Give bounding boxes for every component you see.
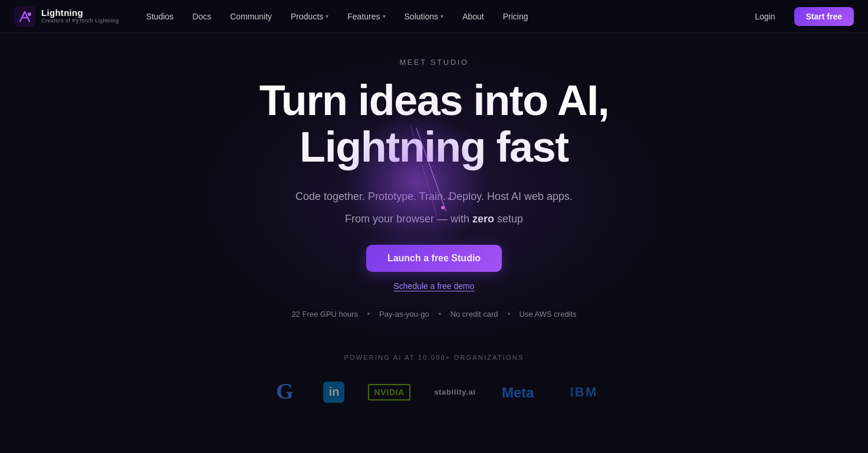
org-logo-nvidia: NVIDIA — [368, 384, 410, 401]
svg-text:Meta: Meta — [502, 385, 534, 401]
orgs-section: POWERING AI AT 10,000+ ORGANIZATIONS G i… — [169, 354, 699, 407]
badge-aws-credits: Use AWS credits — [520, 310, 577, 319]
nav-right: Login Start free — [745, 7, 854, 26]
hero-subtitle-1: Code together. Prototype. Train. Deploy.… — [295, 188, 573, 206]
nav-item-studios[interactable]: Studios — [138, 8, 182, 25]
logo-text: Lightning Creators of PyTorch Lightning — [41, 8, 119, 24]
linkedin-logo-icon: in — [323, 382, 344, 403]
schedule-demo-button[interactable]: Schedule a free demo — [394, 281, 475, 291]
badge-pay-as-go: Pay-as-you-go — [379, 310, 429, 319]
org-logo-meta: Meta — [499, 382, 547, 403]
nav-item-about[interactable]: About — [454, 8, 492, 25]
nav-left: Lightning Creators of PyTorch Lightning … — [14, 6, 537, 27]
logo-link[interactable]: Lightning Creators of PyTorch Lightning — [14, 6, 119, 27]
nvidia-logo-icon: NVIDIA — [368, 384, 410, 401]
svg-rect-0 — [14, 6, 35, 27]
nav-item-pricing[interactable]: Pricing — [495, 8, 537, 25]
orgs-logos: G in NVIDIA stability.ai Meta — [169, 378, 699, 407]
login-button[interactable]: Login — [745, 8, 784, 25]
org-logo-stability: stability.ai — [434, 388, 475, 396]
hero-title: Turn ideas into AI, Lightning fast — [169, 77, 699, 170]
hero-section: MEET STUDIO Turn ideas into AI, Lightnin… — [0, 0, 868, 453]
org-logo-linkedin: in — [323, 382, 344, 403]
stability-logo-icon: stability.ai — [434, 388, 475, 396]
svg-point-1 — [28, 12, 31, 16]
launch-studio-button[interactable]: Launch a free Studio — [366, 245, 502, 272]
org-logo-ibm: IBM — [570, 385, 598, 400]
nav-item-features[interactable]: Features ▾ — [339, 8, 393, 25]
products-chevron-icon: ▾ — [326, 13, 328, 19]
ibm-logo-icon: IBM — [570, 385, 598, 400]
logo-icon — [14, 6, 35, 27]
hero-eyebrow: MEET STUDIO — [399, 58, 468, 67]
hero-badges: 22 Free GPU hours Pay-as-you-go No credi… — [291, 310, 576, 319]
google-research-logo-icon: G — [270, 378, 300, 407]
meta-logo-icon: Meta — [499, 382, 547, 403]
svg-point-5 — [441, 206, 445, 209]
org-logo-google: G — [270, 378, 300, 407]
hero-subtitle-2: From your browser — with zero setup — [345, 210, 523, 228]
nav-item-docs[interactable]: Docs — [184, 8, 219, 25]
nav-links: Studios Docs Community Products ▾ Featur… — [138, 8, 537, 25]
badge-no-credit: No credit card — [451, 310, 498, 319]
badge-separator-1 — [367, 313, 370, 315]
solutions-chevron-icon: ▾ — [440, 13, 443, 19]
hero-actions: Launch a free Studio Schedule a free dem… — [366, 245, 502, 291]
features-chevron-icon: ▾ — [383, 13, 386, 19]
start-free-button[interactable]: Start free — [794, 7, 854, 26]
svg-text:G: G — [277, 379, 294, 403]
logo-subtitle: Creators of PyTorch Lightning — [41, 18, 119, 24]
badge-separator-3 — [508, 313, 510, 315]
badge-separator-2 — [439, 313, 441, 315]
orgs-label: POWERING AI AT 10,000+ ORGANIZATIONS — [169, 354, 699, 361]
nav-item-community[interactable]: Community — [222, 8, 280, 25]
logo-name: Lightning — [41, 8, 119, 18]
nav-item-products[interactable]: Products ▾ — [282, 8, 337, 25]
nav-item-solutions[interactable]: Solutions ▾ — [396, 8, 452, 25]
badge-gpu-hours: 22 Free GPU hours — [291, 310, 358, 319]
navigation: Lightning Creators of PyTorch Lightning … — [0, 0, 868, 33]
